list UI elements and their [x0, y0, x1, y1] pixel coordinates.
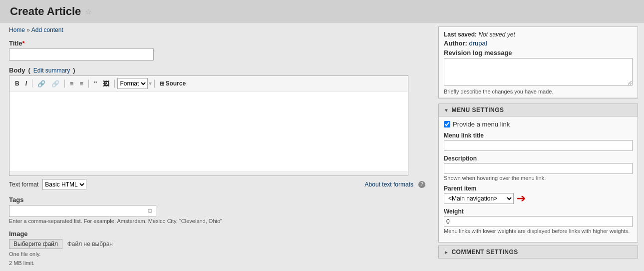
menu-settings-section: ▼ MENU SETTINGS Provide a menu link Menu…: [438, 104, 638, 242]
star-icon[interactable]: ☆: [85, 7, 92, 16]
page-header: Create Article ☆: [0, 0, 644, 22]
menu-link-title-input[interactable]: [444, 140, 633, 151]
author-row: Author: drupal: [444, 40, 633, 47]
toolbar-divider-5: [154, 80, 155, 88]
menu-link-title-row: Menu link title: [444, 132, 633, 151]
parent-item-select[interactable]: <Main navigation>: [444, 193, 514, 204]
editor-toolbar: B I 🔗 🔗 ≡ ≡ " 🖼 Format: [9, 76, 408, 92]
sidebar-meta: Last saved: Not saved yet Author: drupal…: [439, 27, 638, 98]
tags-input[interactable]: [9, 205, 156, 217]
editor-body[interactable]: [9, 92, 408, 172]
weight-row: Weight Menu links with lower weights are…: [444, 208, 633, 234]
author-label: Author:: [444, 40, 467, 47]
bold-button[interactable]: B: [12, 79, 22, 88]
text-format-row: Text format Basic HTML About text format…: [9, 179, 425, 190]
file-upload-button[interactable]: Выберите файл: [9, 239, 62, 249]
parent-item-select-wrapper: <Main navigation> ➔: [444, 193, 633, 204]
sidebar: Last saved: Not saved yet Author: drupal…: [434, 22, 644, 271]
page-wrapper: Create Article ☆ Home » Add content Titl…: [0, 0, 644, 271]
weight-label: Weight: [444, 208, 633, 215]
image-label: Image: [9, 230, 425, 238]
ul-button[interactable]: ≡: [67, 79, 76, 88]
title-required: *: [22, 40, 25, 47]
menu-settings-triangle: ▼: [444, 108, 449, 113]
about-text-formats-link[interactable]: About text formats: [365, 181, 413, 188]
comment-settings-section: ► COMMENT SETTINGS: [438, 246, 638, 258]
weight-hint: Menu links with lower weights are displa…: [444, 228, 633, 234]
last-saved-value: Not saved yet: [478, 31, 515, 38]
format-arrow: ▾: [149, 80, 152, 87]
provide-menu-link-label[interactable]: Provide a menu link: [453, 120, 510, 128]
tags-label: Tags: [9, 196, 425, 204]
title-input[interactable]: [9, 48, 154, 60]
menu-link-title-label: Menu link title: [444, 132, 633, 139]
text-format-select[interactable]: Basic HTML: [42, 179, 86, 190]
parent-item-row: Parent item <Main navigation> ➔: [444, 185, 633, 204]
file-hint-1: One file only.: [9, 250, 425, 259]
toolbar-divider-2: [64, 80, 65, 88]
breadcrumb-add-content[interactable]: Add content: [31, 26, 63, 34]
comment-settings-triangle: ►: [444, 250, 449, 255]
toolbar-divider-3: [88, 80, 89, 88]
breadcrumb: Home » Add content: [9, 26, 425, 34]
breadcrumb-home[interactable]: Home: [9, 26, 25, 34]
title-label: Title*: [9, 40, 425, 47]
revision-hint: Briefly describe the changes you have ma…: [444, 88, 633, 94]
blockquote-button[interactable]: ": [91, 79, 99, 88]
image-button[interactable]: 🖼: [100, 79, 112, 88]
tags-field-wrapper: Tags ⊙ Enter a comma-separated list. For…: [9, 196, 425, 224]
page-content: Home » Add content Title* Body (Edit sum…: [0, 22, 644, 271]
body-label: Body (Edit summary): [9, 66, 425, 74]
menu-settings-title: MENU SETTINGS: [451, 106, 504, 114]
editor-wrapper: B I 🔗 🔗 ≡ ≡ " 🖼 Format: [9, 76, 408, 176]
ol-button[interactable]: ≡: [77, 79, 86, 88]
format-select[interactable]: Format: [117, 78, 148, 89]
parent-item-label: Parent item: [444, 185, 633, 192]
menu-settings-body: Provide a menu link Menu link title Desc…: [439, 116, 638, 242]
last-saved-row: Last saved: Not saved yet: [444, 31, 633, 38]
comment-settings-header[interactable]: ► COMMENT SETTINGS: [439, 246, 638, 258]
last-saved-label: Last saved:: [444, 31, 477, 38]
page-title: Create Article: [10, 5, 81, 18]
tags-hint: Enter a comma-separated list. For exampl…: [9, 218, 425, 224]
comment-settings-title: COMMENT SETTINGS: [451, 248, 518, 256]
file-hints: One file only. 2 MB limit.: [9, 250, 425, 268]
description-hint: Shown when hovering over the menu link.: [444, 175, 633, 181]
italic-button[interactable]: I: [23, 79, 29, 88]
sidebar-meta-box: Last saved: Not saved yet Author: drupal…: [438, 26, 638, 98]
unlink-button[interactable]: 🔗: [49, 79, 62, 88]
title-field-wrapper: Title*: [9, 40, 425, 60]
description-input[interactable]: [444, 163, 633, 174]
author-link[interactable]: drupal: [469, 40, 487, 47]
help-icon: ?: [418, 181, 425, 188]
revision-log-label: Revision log message: [444, 49, 633, 56]
edit-summary-link[interactable]: Edit summary: [33, 67, 70, 74]
toolbar-divider-1: [32, 80, 32, 88]
provide-menu-link-row: Provide a menu link: [444, 120, 633, 128]
menu-settings-header[interactable]: ▼ MENU SETTINGS: [439, 104, 638, 116]
link-button[interactable]: 🔗: [35, 79, 48, 88]
file-upload-row: Выберите файл Файл не выбран: [9, 239, 425, 249]
file-hint-2: 2 MB limit.: [9, 259, 425, 268]
provide-menu-link-checkbox[interactable]: [444, 121, 450, 128]
breadcrumb-separator: »: [26, 26, 30, 34]
description-label: Description: [444, 155, 633, 162]
autocomplete-icon: ⊙: [147, 207, 154, 214]
text-format-label: Text format: [9, 181, 38, 188]
main-area: Home » Add content Title* Body (Edit sum…: [0, 22, 434, 271]
source-button[interactable]: ⊞Source: [157, 79, 188, 88]
file-name: Файл не выбран: [67, 240, 113, 248]
tags-input-wrapper: ⊙: [9, 205, 156, 217]
editor-resize-bar[interactable]: [9, 172, 408, 176]
description-row: Description Shown when hovering over the…: [444, 155, 633, 181]
red-arrow-icon: ➔: [517, 193, 526, 204]
revision-log-textarea[interactable]: [444, 58, 633, 86]
weight-input[interactable]: [444, 216, 633, 227]
body-field-wrapper: Body (Edit summary) B I 🔗 🔗 ≡ ≡ ": [9, 66, 425, 190]
toolbar-divider-4: [114, 80, 115, 88]
image-section: Image Выберите файл Файл не выбран One f…: [9, 230, 425, 268]
